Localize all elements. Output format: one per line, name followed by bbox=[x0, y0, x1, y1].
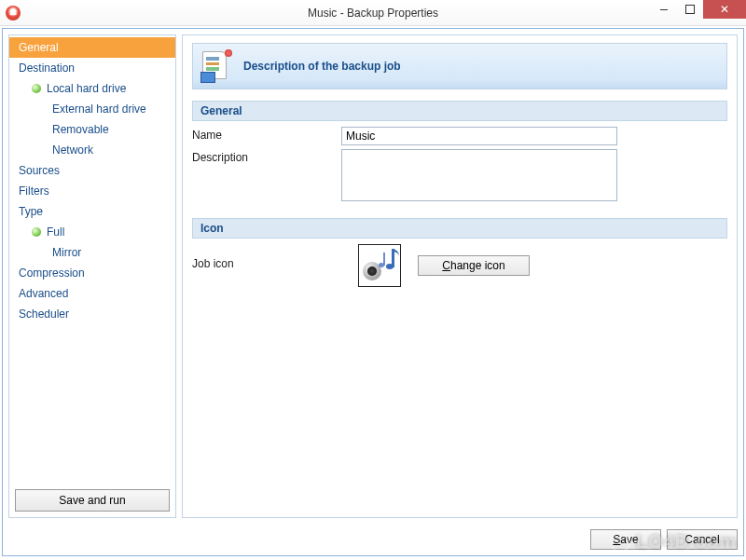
window-body: GeneralDestinationLocal hard driveExtern… bbox=[2, 28, 744, 556]
save-and-run-button[interactable]: Save and run bbox=[15, 489, 170, 512]
sidebar-item-label: Removable bbox=[52, 123, 109, 136]
sidebar-item-local-hard-drive[interactable]: Local hard drive bbox=[9, 78, 175, 99]
sidebar-item-general[interactable]: General bbox=[9, 37, 175, 58]
section-general-header: General bbox=[192, 101, 727, 121]
section-general: General Name Description bbox=[192, 101, 727, 201]
music-icon bbox=[361, 247, 398, 284]
titlebar: Music - Backup Properties bbox=[0, 0, 746, 26]
sidebar-item-destination[interactable]: Destination bbox=[9, 58, 175, 78]
sidebar-item-full[interactable]: Full bbox=[9, 222, 175, 242]
window-controls bbox=[651, 0, 746, 19]
sidebar-item-type[interactable]: Type bbox=[9, 201, 175, 222]
description-input[interactable] bbox=[341, 149, 617, 201]
page-header-text: Description of the backup job bbox=[243, 60, 401, 73]
sidebar-footer: Save and run bbox=[9, 484, 175, 517]
minimize-button[interactable] bbox=[651, 0, 677, 19]
job-icon-label: Job icon bbox=[192, 244, 341, 270]
bullet-icon bbox=[32, 227, 41, 237]
page-header: Description of the backup job bbox=[192, 43, 727, 89]
content-area: GeneralDestinationLocal hard driveExtern… bbox=[3, 29, 743, 524]
description-icon bbox=[202, 51, 232, 81]
section-icon-header: Icon bbox=[192, 218, 727, 239]
sidebar-item-external-hard-drive[interactable]: External hard drive bbox=[9, 99, 175, 119]
sidebar-item-label: Local hard drive bbox=[47, 82, 126, 95]
sidebar-list: GeneralDestinationLocal hard driveExtern… bbox=[9, 35, 175, 484]
save-button[interactable]: Save bbox=[590, 529, 661, 550]
sidebar-item-label: External hard drive bbox=[52, 102, 146, 116]
sidebar-item-compression[interactable]: Compression bbox=[9, 263, 175, 283]
maximize-button[interactable] bbox=[677, 0, 703, 19]
sidebar-item-removable[interactable]: Removable bbox=[9, 119, 175, 140]
dialog-footer: Save Cancel bbox=[3, 524, 743, 555]
section-icon: Icon Job icon Change icon bbox=[192, 218, 727, 287]
sidebar-item-filters[interactable]: Filters bbox=[9, 181, 175, 201]
sidebar-item-label: Full bbox=[47, 225, 64, 239]
description-label: Description bbox=[192, 149, 341, 201]
sidebar-item-label: Type bbox=[19, 205, 43, 218]
close-button[interactable] bbox=[703, 0, 746, 19]
sidebar-item-label: General bbox=[19, 41, 59, 54]
change-icon-label-rest: hange icon bbox=[450, 259, 505, 272]
name-label: Name bbox=[192, 127, 341, 145]
sidebar-item-label: Network bbox=[52, 143, 93, 157]
sidebar-item-network[interactable]: Network bbox=[9, 140, 175, 160]
sidebar-item-mirror[interactable]: Mirror bbox=[9, 242, 175, 263]
sidebar-item-label: Sources bbox=[19, 164, 60, 177]
sidebar-item-label: Destination bbox=[19, 61, 75, 75]
field-name-row: Name bbox=[192, 127, 727, 145]
sidebar-item-sources[interactable]: Sources bbox=[9, 160, 175, 181]
job-icon-preview[interactable] bbox=[358, 244, 401, 287]
window-title: Music - Backup Properties bbox=[0, 7, 746, 20]
sidebar-item-label: Scheduler bbox=[19, 307, 69, 321]
sidebar-item-scheduler[interactable]: Scheduler bbox=[9, 304, 175, 324]
name-input[interactable] bbox=[341, 127, 617, 145]
main-panel: Description of the backup job General Na… bbox=[182, 34, 738, 518]
cancel-button[interactable]: Cancel bbox=[667, 529, 738, 550]
field-description-row: Description bbox=[192, 149, 727, 201]
job-icon-row: Job icon Change icon bbox=[192, 244, 727, 287]
sidebar-item-label: Mirror bbox=[52, 246, 81, 259]
change-icon-button[interactable]: Change icon bbox=[418, 255, 530, 276]
sidebar-item-label: Advanced bbox=[19, 287, 68, 300]
sidebar-item-label: Compression bbox=[19, 266, 85, 280]
sidebar: GeneralDestinationLocal hard driveExtern… bbox=[8, 34, 176, 518]
sidebar-item-label: Filters bbox=[19, 184, 49, 198]
bullet-icon bbox=[32, 84, 41, 93]
sidebar-item-advanced[interactable]: Advanced bbox=[9, 283, 175, 304]
